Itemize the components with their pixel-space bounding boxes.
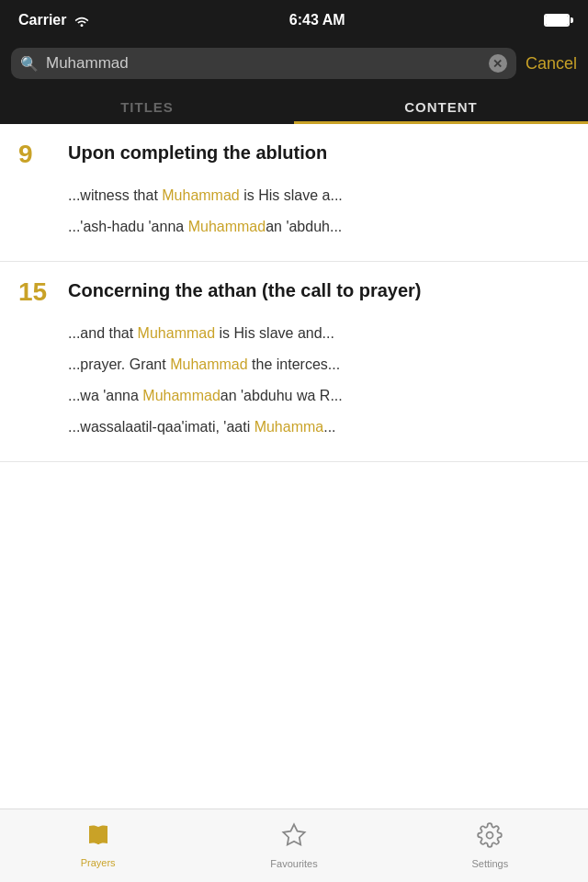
snippet-after: an 'abduhu wa R... — [220, 388, 343, 403]
snippet-before: ...'ash-hadu 'anna — [68, 219, 188, 234]
result-title-15: Concerning the athan (the call to prayer… — [68, 278, 422, 302]
snippet-before: ...wa 'anna — [68, 388, 142, 403]
result-header-9: 9 Upon completing the ablution — [18, 141, 570, 169]
book-icon — [85, 823, 112, 854]
result-item-9[interactable]: 9 Upon completing the ablution ...witnes… — [0, 124, 588, 262]
svg-rect-0 — [97, 827, 99, 844]
result-number-9: 9 — [18, 141, 51, 169]
carrier-label: Carrier — [18, 12, 66, 28]
clear-button[interactable]: ✕ — [489, 54, 507, 73]
snippet-highlight: Muhammad — [170, 356, 247, 372]
snippet-before: ...and that — [68, 325, 138, 341]
tab-bar-favourites-label: Favourites — [270, 858, 317, 869]
battery-indicator — [544, 14, 570, 27]
snippet-9-1: ...witness that Muhammad is His slave a.… — [68, 180, 570, 211]
snippet-highlight: Muhammad — [138, 325, 215, 341]
snippet-15-3: ...wa 'anna Muhammadan 'abduhu wa R... — [68, 380, 570, 412]
tab-titles[interactable]: TITLES — [0, 86, 294, 124]
cancel-button[interactable]: Cancel — [526, 54, 577, 74]
tab-bar-prayers[interactable]: Prayers — [0, 809, 196, 882]
carrier-wifi: Carrier — [18, 12, 90, 28]
snippet-9-2: ...'ash-hadu 'anna Muhammadan 'abduh... — [68, 211, 570, 243]
bottom-tab-bar: Prayers Favourites Settings — [0, 808, 588, 882]
snippet-before: ...prayer. Grant — [68, 356, 170, 372]
gear-icon — [477, 822, 503, 854]
snippet-highlight: Muhammad — [142, 388, 220, 403]
snippet-after: is His slave and... — [215, 325, 334, 341]
tab-content[interactable]: CONTENT — [294, 86, 588, 124]
snippet-15-4: ...wassalaatil-qaa'imati, 'aati Muhamma.… — [68, 412, 570, 443]
tab-bar-settings[interactable]: Settings — [392, 809, 588, 882]
snippet-after: an 'abduh... — [266, 219, 342, 234]
search-results: 9 Upon completing the ablution ...witnes… — [0, 124, 588, 808]
snippet-highlight: Muhammad — [188, 219, 266, 234]
result-snippets-9: ...witness that Muhammad is His slave a.… — [18, 180, 570, 243]
snippet-after: the interces... — [248, 356, 341, 372]
search-tabs: TITLES CONTENT — [0, 86, 588, 124]
wifi-icon — [74, 14, 90, 27]
tab-bar-prayers-label: Prayers — [81, 857, 116, 868]
snippet-after: is His slave a... — [240, 187, 343, 203]
search-bar: 🔍 ✕ Cancel — [0, 40, 588, 86]
status-time: 6:43 AM — [289, 12, 345, 28]
result-header-15: 15 Concerning the athan (the call to pra… — [18, 278, 570, 307]
snippet-highlight: Muhamma — [254, 419, 324, 435]
tab-bar-favourites[interactable]: Favourites — [196, 809, 391, 882]
snippet-15-1: ...and that Muhammad is His slave and... — [68, 318, 570, 349]
result-item-15[interactable]: 15 Concerning the athan (the call to pra… — [0, 262, 588, 462]
result-snippets-15: ...and that Muhammad is His slave and...… — [18, 318, 570, 443]
snippet-before: ...witness that — [68, 187, 162, 203]
snippet-15-2: ...prayer. Grant Muhammad the interces..… — [68, 349, 570, 380]
svg-point-2 — [487, 832, 493, 839]
svg-marker-1 — [283, 824, 304, 844]
search-icon: 🔍 — [20, 55, 39, 73]
status-bar: Carrier 6:43 AM — [0, 0, 588, 40]
result-number-15: 15 — [18, 278, 51, 307]
search-input-wrap[interactable]: 🔍 ✕ — [11, 48, 516, 79]
snippet-highlight: Muhammad — [162, 187, 239, 203]
snippet-before: ...wassalaatil-qaa'imati, 'aati — [68, 419, 254, 435]
search-input[interactable] — [46, 54, 481, 73]
result-title-9: Upon completing the ablution — [68, 141, 327, 164]
star-icon — [281, 822, 307, 854]
snippet-after: ... — [323, 419, 335, 435]
tab-bar-settings-label: Settings — [471, 858, 508, 869]
